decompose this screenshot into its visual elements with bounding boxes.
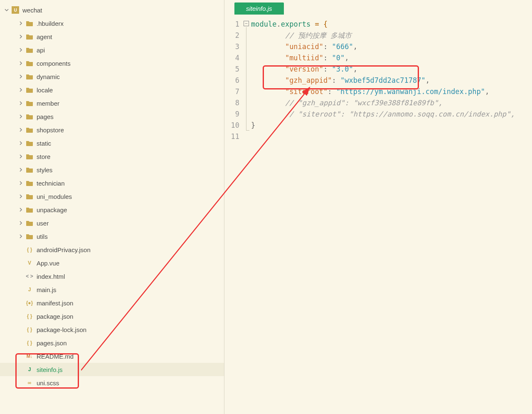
file-siteinfo-js[interactable]: Jsiteinfo.js [0, 363, 224, 376]
folder-static[interactable]: static [0, 136, 224, 150]
folder-api[interactable]: api [0, 43, 224, 57]
file-type-icon: < > [26, 273, 33, 280]
fold-guide [246, 27, 246, 130]
folder-icon [26, 233, 33, 239]
file-type-icon: { } [26, 340, 33, 346]
folder-label: components [37, 60, 71, 67]
file-explorer[interactable]: U wechat .hbuilderxagentapicomponentsdyn… [0, 0, 224, 414]
file-README-md[interactable]: M↓README.md [0, 350, 224, 363]
file-uni-scss[interactable]: ∞uni.scss [0, 376, 224, 389]
folder-user[interactable]: user [0, 216, 224, 230]
file-label: pages.json [37, 340, 67, 347]
chevron-right-icon [17, 73, 24, 80]
file-type-icon: { } [26, 313, 33, 320]
file-index-html[interactable]: < >index.html [0, 270, 224, 283]
code-line [251, 131, 532, 142]
folder-icon [26, 193, 33, 199]
line-number: 11 [224, 131, 239, 142]
file-type-icon: V [26, 260, 33, 266]
folder-label: .hbuilderx [37, 20, 64, 27]
file-manifest-json[interactable]: {●}manifest.json [0, 296, 224, 310]
chevron-right-icon [17, 166, 24, 173]
folder-label: pages [37, 113, 54, 120]
folder-pages[interactable]: pages [0, 110, 224, 123]
fold-guide-end [246, 130, 249, 131]
folder-icon [26, 47, 33, 53]
folder-icon [26, 167, 33, 173]
folder-member[interactable]: member [0, 97, 224, 110]
project-root[interactable]: U wechat [0, 3, 224, 17]
file-type-icon: {●} [26, 300, 33, 306]
code-line: "siteroot": "https://ym.wanwanji.com/ind… [251, 86, 532, 97]
file-label: siteinfo.js [37, 366, 63, 373]
folder-icon [26, 127, 33, 133]
file-package-lock-json[interactable]: { }package-lock.json [0, 323, 224, 336]
code-line: module.exports = { [251, 19, 532, 30]
folder-locale[interactable]: locale [0, 83, 224, 97]
chevron-right-icon [17, 193, 24, 200]
code-line: // 预约按摩 多城市 [251, 30, 532, 41]
folder-label: utils [37, 233, 48, 240]
folder-styles[interactable]: styles [0, 163, 224, 176]
folder-icon [26, 220, 33, 226]
folder-label: static [37, 140, 51, 147]
file-type-icon: J [26, 286, 33, 293]
file-label: App.vue [37, 260, 59, 267]
file-pages-json[interactable]: { }pages.json [0, 336, 224, 350]
folder-agent[interactable]: agent [0, 30, 224, 43]
file-androidPrivacy-json[interactable]: { }androidPrivacy.json [0, 243, 224, 256]
line-number: 2 [224, 30, 239, 41]
file-type-icon: M↓ [26, 353, 33, 359]
fold-toggle-icon[interactable]: − [244, 21, 249, 26]
file-main-js[interactable]: Jmain.js [0, 283, 224, 296]
folder-icon [26, 34, 33, 40]
folder-label: technician [37, 180, 65, 187]
chevron-right-icon [17, 47, 24, 53]
folder-icon [26, 154, 33, 159]
code-area[interactable]: 1234567891011 − module.exports = { // 预约… [224, 15, 532, 414]
folder-dynamic[interactable]: dynamic [0, 70, 224, 83]
chevron-right-icon [17, 113, 24, 120]
line-number: 10 [224, 120, 239, 131]
folder-icon [26, 60, 33, 66]
folder-label: api [37, 47, 45, 54]
line-number: 7 [224, 86, 239, 97]
folder-utils[interactable]: utils [0, 230, 224, 243]
folder-.hbuilderx[interactable]: .hbuilderx [0, 17, 224, 30]
folder-uni_modules[interactable]: uni_modules [0, 190, 224, 203]
fold-column: − [243, 19, 251, 414]
code-line: "gzh_appid": "wxbef5d7dd2ac71787", [251, 75, 532, 86]
code-line: // "gzh_appid": "wxcf39e388f81e89fb", [251, 97, 532, 109]
file-type-icon: ∞ [26, 379, 33, 386]
line-numbers: 1234567891011 [224, 19, 243, 414]
chevron-right-icon [17, 126, 24, 133]
folder-unpackage[interactable]: unpackage [0, 203, 224, 216]
chevron-right-icon [17, 206, 24, 213]
chevron-right-icon [17, 33, 24, 40]
line-number: 3 [224, 41, 239, 52]
folder-icon [26, 207, 33, 213]
folder-label: member [37, 100, 59, 107]
folder-shopstore[interactable]: shopstore [0, 123, 224, 136]
folder-label: locale [37, 87, 53, 94]
code-content[interactable]: module.exports = { // 预约按摩 多城市 "uniacid"… [251, 19, 532, 414]
project-label: wechat [22, 7, 42, 14]
file-type-icon: { } [26, 246, 33, 253]
folder-label: unpackage [37, 206, 67, 213]
folder-label: uni_modules [37, 193, 72, 200]
file-App-vue[interactable]: VApp.vue [0, 256, 224, 270]
file-package-json[interactable]: { }package.json [0, 310, 224, 323]
chevron-right-icon [17, 153, 24, 160]
folder-technician[interactable]: technician [0, 176, 224, 190]
folder-components[interactable]: components [0, 57, 224, 70]
folder-label: styles [37, 166, 52, 174]
tab-siteinfo[interactable]: siteinfo.js [234, 2, 284, 15]
folder-icon [26, 100, 33, 106]
file-type-icon: J [26, 366, 33, 373]
code-line: "uniacid": "666", [251, 41, 532, 52]
folder-store[interactable]: store [0, 150, 224, 163]
file-label: main.js [37, 286, 57, 293]
line-number: 8 [224, 97, 239, 109]
folder-label: user [37, 220, 49, 227]
code-line: "version": "3.0", [251, 64, 532, 75]
